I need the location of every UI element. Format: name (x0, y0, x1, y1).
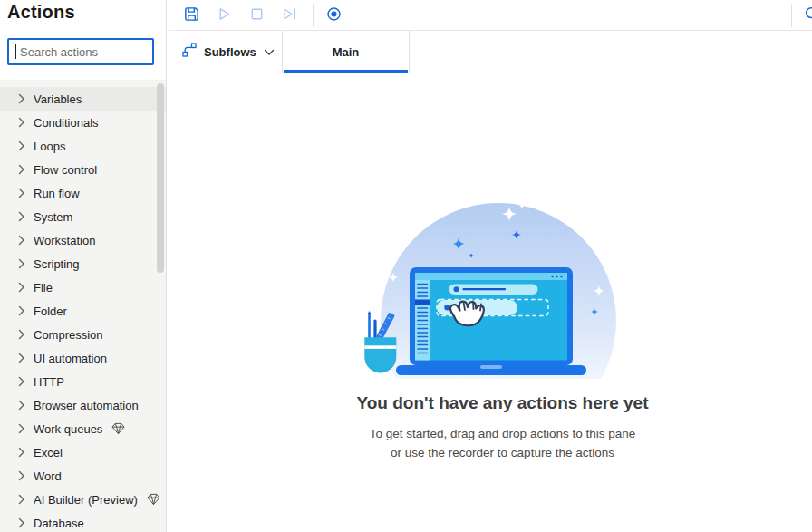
category-file[interactable]: File (0, 276, 166, 299)
stop-icon (248, 5, 266, 25)
category-label: Loops (34, 140, 65, 153)
run-next-icon (281, 5, 298, 25)
category-ai-builder[interactable]: AI Builder (Preview) (0, 488, 166, 511)
category-label: AI Builder (Preview) (34, 493, 138, 507)
category-label: Compression (34, 328, 103, 342)
pane-title: Actions (7, 2, 166, 23)
save-button[interactable] (179, 3, 204, 28)
category-label: Scripting (34, 257, 80, 271)
empty-state-subtitle: To get started, drag and drop actions to… (370, 424, 635, 462)
chevron-right-icon (18, 235, 25, 246)
chevron-right-icon (18, 353, 25, 363)
stop-button[interactable] (244, 3, 269, 28)
record-icon (325, 5, 343, 25)
category-label: HTTP (34, 375, 64, 389)
chevron-right-icon (18, 117, 25, 128)
empty-state-subtitle-line1: To get started, drag and drop actions to… (370, 424, 635, 443)
search-actions-box[interactable] (7, 38, 154, 65)
premium-icon (111, 422, 125, 435)
category-excel[interactable]: Excel (0, 440, 166, 464)
category-label: Workstation (34, 234, 95, 247)
active-tab-indicator (284, 70, 408, 73)
category-workstation[interactable]: Workstation (0, 228, 166, 252)
chevron-right-icon (18, 329, 25, 340)
category-label: UI automation (34, 352, 107, 365)
category-label: Variables (34, 92, 82, 106)
tab-main[interactable]: Main (283, 31, 410, 73)
empty-state-title: You don't have any actions here yet (357, 393, 649, 413)
empty-state: You don't have any actions here yet To g… (357, 198, 649, 462)
search-actions-input[interactable] (7, 38, 154, 65)
category-label: Database (34, 517, 84, 530)
chevron-right-icon (18, 423, 25, 434)
workspace-canvas[interactable]: You don't have any actions here yet To g… (169, 73, 812, 532)
chevron-right-icon (18, 188, 25, 198)
chevron-right-icon (18, 494, 25, 505)
category-label: Conditionals (34, 116, 99, 130)
subflow-icon (182, 43, 197, 61)
chevron-right-icon (18, 517, 25, 528)
scrollbar[interactable] (157, 80, 164, 532)
actions-pane: Actions Variables Conditionals Loops Flo (0, 0, 167, 532)
empty-state-illustration (357, 198, 647, 379)
toolbar (169, 0, 812, 31)
run-icon (216, 5, 233, 25)
chevron-right-icon (18, 258, 25, 269)
subflows-label: Subflows (204, 45, 256, 59)
category-browser-automation[interactable]: Browser automation (0, 393, 166, 417)
category-word[interactable]: Word (0, 464, 166, 488)
category-label: System (34, 210, 72, 224)
category-run-flow[interactable]: Run flow (0, 181, 166, 205)
run-button[interactable] (211, 3, 237, 28)
main-area: Subflows Main (169, 0, 812, 532)
category-conditionals[interactable]: Conditionals (0, 111, 166, 134)
category-loops[interactable]: Loops (0, 134, 166, 158)
category-http[interactable]: HTTP (0, 370, 166, 393)
category-label: Flow control (34, 163, 97, 177)
category-label: File (34, 281, 53, 295)
category-folder[interactable]: Folder (0, 299, 166, 323)
tab-main-label: Main (333, 45, 360, 59)
chevron-right-icon (18, 93, 25, 104)
record-button[interactable] (321, 3, 346, 28)
tab-bar: Subflows Main (169, 31, 812, 73)
chevron-down-icon (264, 44, 275, 60)
category-system[interactable]: System (0, 205, 166, 228)
chevron-right-icon (18, 447, 25, 458)
category-ui-automation[interactable]: UI automation (0, 346, 166, 370)
category-label: Browser automation (34, 399, 139, 412)
run-next-button[interactable] (276, 3, 302, 28)
toolbar-divider (791, 4, 792, 27)
category-label: Word (34, 469, 62, 483)
save-icon (183, 5, 200, 25)
chevron-right-icon (18, 470, 25, 481)
action-categories-list: Variables Conditionals Loops Flow contro… (0, 80, 166, 532)
category-label: Work queues (34, 422, 102, 436)
category-flow-control[interactable]: Flow control (0, 158, 166, 181)
chevron-right-icon (18, 305, 25, 316)
chevron-right-icon (18, 164, 25, 175)
toolbar-divider (313, 4, 314, 27)
empty-state-subtitle-line2: or use the recorder to capture the actio… (370, 443, 635, 462)
toolbar-search-button[interactable] (799, 3, 812, 28)
actions-pane-header: Actions (0, 0, 166, 80)
category-label: Folder (34, 305, 67, 318)
category-work-queues[interactable]: Work queues (0, 417, 166, 440)
chevron-right-icon (18, 376, 25, 387)
category-database[interactable]: Database (0, 511, 166, 532)
chevron-right-icon (18, 400, 25, 411)
category-label: Excel (34, 446, 63, 459)
category-label: Run flow (34, 187, 80, 200)
category-variables[interactable]: Variables (0, 87, 166, 111)
subflows-dropdown[interactable]: Subflows (169, 31, 283, 73)
chevron-right-icon (18, 282, 25, 293)
category-scripting[interactable]: Scripting (0, 252, 166, 276)
text-caret (15, 44, 16, 59)
search-icon (804, 5, 812, 25)
category-compression[interactable]: Compression (0, 323, 166, 346)
chevron-right-icon (18, 211, 25, 222)
scrollbar-thumb[interactable] (157, 83, 164, 273)
flow-designer-window: Actions Variables Conditionals Loops Flo (0, 0, 812, 532)
chevron-right-icon (18, 140, 25, 151)
